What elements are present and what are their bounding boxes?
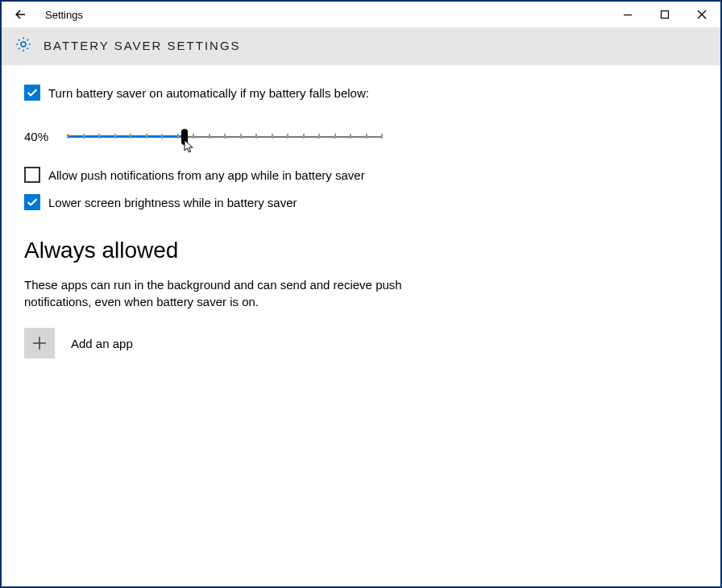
close-button[interactable]: [683, 2, 720, 27]
maximize-button[interactable]: [646, 2, 683, 27]
svg-rect-0: [624, 14, 632, 15]
slider-thumb[interactable]: [181, 129, 188, 145]
threshold-value: 40%: [24, 130, 53, 143]
threshold-slider[interactable]: [68, 126, 382, 146]
maximize-icon: [660, 10, 670, 19]
back-arrow-icon: [13, 7, 27, 22]
minimize-icon: [623, 10, 633, 19]
threshold-slider-row: 40%: [24, 126, 698, 146]
always-allowed-body: These apps can run in the background and…: [24, 276, 403, 310]
minimize-button[interactable]: [609, 2, 646, 27]
auto-on-label: Turn battery saver on automatically if m…: [48, 86, 369, 100]
page-header: BATTERY SAVER SETTINGS: [2, 27, 720, 65]
lower-brightness-label: Lower screen brightness while in battery…: [48, 196, 297, 209]
check-icon: [27, 197, 38, 208]
settings-window: Settings: [0, 0, 722, 588]
content-area: Turn battery saver on automatically if m…: [2, 65, 720, 378]
push-notifications-row: Allow push notifications from any app wh…: [24, 167, 698, 183]
close-icon: [697, 10, 707, 19]
check-icon: [27, 87, 38, 98]
auto-on-row: Turn battery saver on automatically if m…: [24, 85, 698, 101]
window-title: Settings: [45, 9, 83, 21]
plus-tile: [24, 328, 55, 358]
svg-rect-1: [662, 11, 669, 19]
plus-icon: [32, 336, 47, 350]
push-notifications-label: Allow push notifications from any app wh…: [48, 168, 365, 182]
lower-brightness-row: Lower screen brightness while in battery…: [24, 194, 698, 210]
back-button[interactable]: [2, 2, 39, 27]
auto-on-checkbox[interactable]: [24, 85, 40, 101]
always-allowed-heading: Always allowed: [24, 238, 698, 263]
window-controls: [609, 2, 720, 27]
lower-brightness-checkbox[interactable]: [24, 194, 40, 210]
slider-ticks: [68, 135, 382, 137]
page-title: BATTERY SAVER SETTINGS: [44, 39, 241, 52]
gear-icon: [15, 35, 32, 56]
titlebar: Settings: [2, 2, 720, 27]
add-app-label: Add an app: [71, 337, 133, 350]
svg-point-2: [21, 42, 26, 47]
push-notifications-checkbox[interactable]: [24, 167, 40, 183]
add-app-button[interactable]: Add an app: [24, 328, 698, 358]
